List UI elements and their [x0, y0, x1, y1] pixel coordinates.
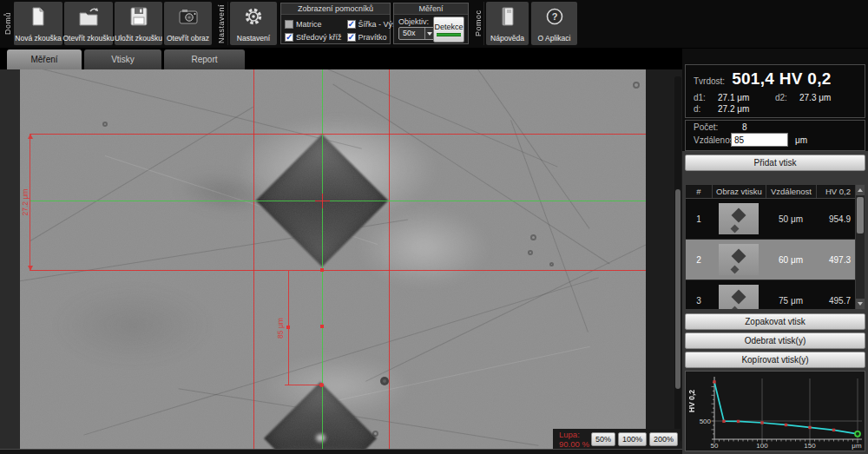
table-row[interactable]: 2 60 μm 497.3 [686, 240, 865, 280]
results-box: Tvrdost: 501,4 HV 0,2 d1: 27.1 μm d2: 27… [685, 64, 865, 118]
dimension-height-label: 27.2 μm [21, 185, 30, 220]
scrollbar-thumb[interactable] [675, 189, 681, 389]
matrice-checkbox[interactable] [285, 20, 293, 29]
zoom-50-button[interactable]: 50% [591, 432, 615, 446]
stredovy-kriz-label: Středový kříž [296, 33, 342, 42]
new-test-button[interactable]: Nová zkouška [14, 2, 62, 45]
help-button[interactable]: Nápověda [486, 2, 529, 45]
sirka-vyska-checkbox[interactable] [347, 20, 356, 29]
helper-red-horizontal-top [30, 134, 646, 135]
tab-mereni[interactable]: Měření [7, 49, 82, 69]
zoom-100-button[interactable]: 100% [618, 432, 647, 446]
indent-thumbnail [719, 203, 759, 234]
helper-green-vertical-center [322, 69, 323, 449]
row-num: 2 [686, 255, 712, 265]
distance-input[interactable] [731, 133, 788, 147]
helpers-group-title: Zobrazení pomocníků [281, 3, 390, 15]
tab-report-label: Report [191, 55, 217, 64]
table-row[interactable]: 1 50 μm 954.9 [686, 199, 865, 240]
x-axis-unit: μm [852, 442, 862, 450]
helper-red-horizontal-bottom [30, 270, 646, 271]
d1-label: d1: [694, 93, 713, 102]
dimension-tick-top [285, 270, 293, 271]
d2-label: d2: [775, 93, 794, 102]
dimension-arrow-down [28, 266, 33, 271]
scroll-down-icon[interactable] [856, 299, 865, 309]
row-hv: 495.7 [816, 296, 856, 306]
application-window: Domů Nová zkouška Otevřít zkoušku Uložit… [0, 0, 868, 454]
dimension-distance-label: 85 μm [276, 311, 285, 345]
anchor-dot-apex [319, 383, 324, 387]
settings-button[interactable]: Nastavení [230, 2, 277, 45]
camera-icon [177, 6, 200, 32]
checkbox-matrice[interactable]: Matrice [285, 17, 342, 30]
chart-point [737, 420, 740, 423]
save-test-button[interactable]: Uložit zkoušku [115, 2, 162, 45]
measure-group-title: Měření [394, 3, 468, 15]
save-test-label: Uložit zkoušku [115, 34, 162, 43]
open-image-button[interactable]: Otevřít obraz [164, 2, 212, 45]
open-test-button[interactable]: Otevřít zkoušku [64, 2, 113, 45]
copy-indent-button[interactable]: Kopírovat vtisk(y) [685, 352, 865, 368]
xtick-100: 100 [756, 442, 768, 450]
objective-dropdown[interactable]: 50x [398, 27, 435, 40]
stredovy-kriz-checkbox[interactable] [285, 33, 293, 42]
row-distance: 75 μm [766, 296, 816, 306]
d-label: d: [694, 104, 713, 114]
row-num: 1 [686, 214, 712, 224]
chart-point [760, 421, 763, 424]
image-vertical-scrollbar[interactable] [674, 76, 681, 442]
helper-red-vertical-right [389, 69, 390, 449]
hardness-chart: HV 0,2 500 50 100 150 μm [685, 371, 865, 451]
chart-ticks [712, 382, 858, 443]
about-label: O Aplikaci [538, 34, 571, 43]
open-test-label: Otevřít zkoušku [62, 34, 114, 43]
detect-label: Detekce [434, 23, 463, 31]
viewer-bottom-edge [0, 449, 682, 454]
hardness-label: Tvrdost: [694, 76, 725, 86]
new-document-icon [30, 6, 47, 32]
row-hv: 497.3 [816, 255, 856, 265]
tab-report[interactable]: Report [164, 49, 245, 69]
about-button[interactable]: ? O Aplikaci [531, 2, 577, 45]
detect-status-bar [437, 33, 461, 36]
table-header: # Obraz vtisku Vzdálenost HV 0,2 [686, 185, 865, 199]
remove-indent-button[interactable]: Odebrat vtisk(y) [685, 332, 865, 349]
indent-thumbnail [719, 244, 759, 275]
col-header-hv[interactable]: HV 0,2 [816, 185, 856, 198]
d2-value: 27.3 μm [799, 93, 831, 102]
pravitko-checkbox[interactable] [347, 33, 356, 42]
table-row[interactable]: 3 75 μm 495.7 [686, 280, 865, 310]
pravitko-label: Pravítko [358, 33, 387, 42]
checkbox-stredovy-kriz[interactable]: Středový kříž [285, 30, 342, 43]
question-icon: ? [543, 6, 566, 32]
scrollbar-thumb[interactable] [857, 197, 864, 234]
col-header-num[interactable]: # [686, 185, 712, 198]
chart-gridlines [714, 378, 862, 439]
repeat-indent-button[interactable]: Zopakovat vtisk [685, 313, 865, 330]
viewer-left-margin [0, 69, 20, 449]
toolbar-group-label-domu: Domů [1, 2, 15, 45]
chart-point [722, 420, 725, 423]
scroll-up-icon[interactable] [856, 185, 865, 195]
col-header-distance[interactable]: Vzdálenost [766, 185, 816, 198]
dimension-tick-bottom [285, 385, 322, 385]
add-indent-button[interactable]: Přidat vtisk [685, 155, 865, 171]
open-image-label: Otevřít obraz [167, 34, 209, 43]
chart-plot: 500 50 100 150 μm [686, 372, 865, 451]
chart-point [808, 426, 811, 429]
detect-button[interactable]: Detekce [433, 16, 464, 43]
toolbar: Domů Nová zkouška Otevřít zkoušku Uložit… [0, 0, 868, 48]
row-distance: 60 μm [766, 255, 816, 265]
chart-series [713, 380, 860, 437]
d-value: 27.2 μm [718, 104, 749, 114]
table-scrollbar[interactable] [855, 185, 865, 309]
save-floppy-icon [128, 6, 149, 32]
viewer-right-margin [646, 69, 682, 449]
zoom-200-button[interactable]: 200% [649, 432, 678, 446]
col-header-image[interactable]: Obraz vtisku [712, 185, 766, 198]
tab-vtisky[interactable]: Vtisky [84, 49, 161, 69]
xtick-150: 150 [804, 442, 816, 450]
microscope-image-viewport[interactable]: 27.2 μm 85 μm [20, 69, 646, 449]
row-distance: 50 μm [766, 214, 816, 224]
